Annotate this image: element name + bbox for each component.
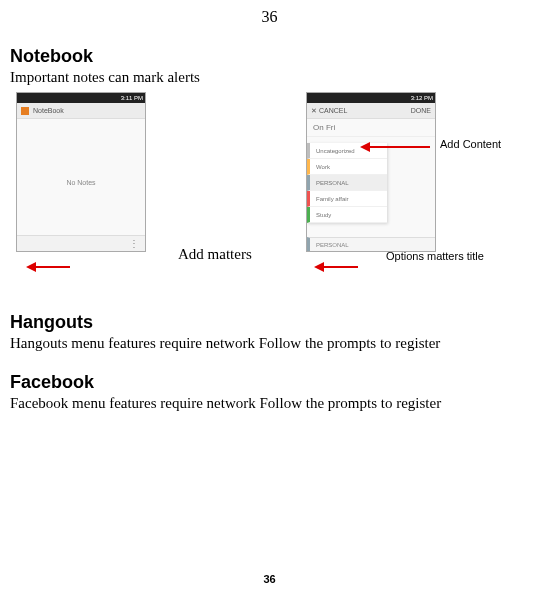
annotation-options-title: Options matters title — [386, 250, 484, 262]
status-time: 3:12 PM — [411, 95, 433, 101]
app-bar: NoteBook — [17, 103, 145, 119]
empty-state-text: No Notes — [17, 179, 145, 186]
section-title-facebook: Facebook — [10, 372, 529, 393]
app-bar: ✕ CANCEL DONE — [307, 103, 435, 119]
annotation-add-matters: Add matters — [178, 246, 252, 263]
page-number-bottom: 36 — [0, 573, 539, 585]
hangouts-desc: Hangouts menu features require network F… — [10, 335, 529, 352]
arrow-add-matters — [26, 262, 70, 272]
section-title-hangouts: Hangouts — [10, 312, 529, 333]
category-item[interactable]: Family affair — [307, 191, 387, 207]
category-item[interactable]: Work — [307, 159, 387, 175]
bottom-toolbar[interactable]: ⋮ — [17, 235, 145, 251]
annotation-add-content: Add Content — [440, 138, 501, 150]
arrow-add-content — [360, 142, 430, 152]
category-popup: Uncategorized Work PERSONAL Family affai… — [307, 143, 387, 223]
status-bar: 3:11 PM — [17, 93, 145, 103]
status-bar: 3:12 PM — [307, 93, 435, 103]
overflow-icon[interactable]: ⋮ — [129, 238, 139, 249]
date-field[interactable]: On Fri — [307, 119, 435, 137]
notebook-icon — [21, 107, 29, 115]
page-number-top: 36 — [0, 0, 539, 26]
status-time: 3:11 PM — [121, 95, 143, 101]
selected-category[interactable]: PERSONAL — [307, 237, 435, 251]
done-button[interactable]: DONE — [411, 107, 431, 114]
category-item[interactable]: PERSONAL — [307, 175, 387, 191]
phone-screenshot-notebook-list: 3:11 PM NoteBook No Notes ⋮ — [16, 92, 146, 252]
arrow-options-title — [314, 262, 358, 272]
facebook-desc: Facebook menu features require network F… — [10, 395, 529, 412]
screenshots-row: 3:11 PM NoteBook No Notes ⋮ Add matters … — [10, 92, 529, 292]
category-item[interactable]: Study — [307, 207, 387, 223]
notebook-desc: Important notes can mark alerts — [10, 69, 529, 86]
section-title-notebook: Notebook — [10, 46, 529, 67]
cancel-button[interactable]: ✕ CANCEL — [311, 107, 347, 115]
phone-screenshot-notebook-edit: 3:12 PM ✕ CANCEL DONE On Fri Uncategoriz… — [306, 92, 436, 252]
app-title: NoteBook — [33, 107, 64, 114]
